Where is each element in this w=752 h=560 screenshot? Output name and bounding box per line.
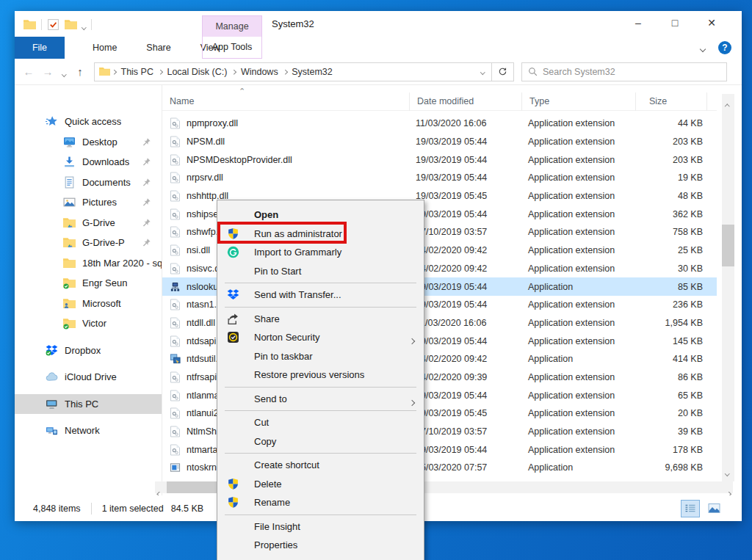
sidebar-item-18th-mar-2020-sqa[interactable]: 18th Mar 2020 - sqa: [15, 253, 162, 274]
menu-item-pin-to-start[interactable]: Pin to Start: [217, 262, 424, 281]
sidebar-item-label: This PC: [65, 399, 98, 410]
menu-item-restore-previous-versions[interactable]: Restore previous versions: [217, 366, 424, 385]
file-row-nrpsrv-dll[interactable]: nrpsrv.dll19/03/2019 05:44Application ex…: [162, 169, 717, 187]
file-row-npsm-dll[interactable]: NPSM.dll19/03/2019 05:44Application exte…: [162, 133, 717, 151]
sidebar-item-g-drive-p[interactable]: G-Drive-P: [15, 233, 162, 253]
properties-checkbox-icon[interactable]: [47, 18, 59, 31]
menu-item-copy[interactable]: Copy: [217, 432, 424, 451]
sidebar-item-label: G-Drive-P: [82, 237, 125, 248]
breadcrumb-segment[interactable]: This PC: [117, 67, 158, 77]
sidebar-item-dropbox[interactable]: Dropbox: [15, 341, 162, 361]
sidebar-item-victor[interactable]: Victor: [15, 313, 162, 334]
dropbox-check-icon: [46, 344, 58, 357]
menu-item-import-to-grammarly[interactable]: Import to Grammarly: [217, 243, 424, 262]
menu-item-cut[interactable]: Cut: [217, 413, 424, 432]
sidebar-item-this-pc[interactable]: This PC: [15, 394, 162, 415]
tab-app-tools[interactable]: App Tools: [202, 37, 262, 59]
menu-item-create-shortcut[interactable]: Create shortcut: [217, 456, 424, 475]
file-size: 19 KB: [636, 172, 707, 183]
search-input[interactable]: [543, 67, 720, 77]
scroll-up-icon[interactable]: [726, 98, 729, 111]
grammarly-icon: [227, 246, 239, 258]
column-header-name[interactable]: Name: [162, 92, 410, 111]
column-header-type[interactable]: Type: [522, 92, 636, 111]
close-button[interactable]: ✕: [693, 11, 730, 37]
menu-item-label: Pin to Start: [217, 266, 301, 277]
menu-item-label: Open: [217, 209, 278, 220]
status-divider: [91, 503, 92, 514]
sidebar-item-engr-seun[interactable]: Engr Seun: [15, 273, 162, 294]
menu-item-send-with-transfer[interactable]: Send with Transfer...: [217, 286, 424, 305]
menu-item-open[interactable]: Open: [217, 206, 424, 225]
breadcrumb-segment[interactable]: Local Disk (C:): [162, 67, 231, 77]
help-button[interactable]: ?: [718, 41, 731, 54]
pin-icon: [142, 157, 151, 167]
menu-item-norton-security[interactable]: Norton Security: [217, 328, 424, 347]
customize-toolbar-chevron-icon[interactable]: [82, 17, 86, 32]
back-button[interactable]: ←: [19, 65, 38, 78]
file-row-npmproxy-dll[interactable]: npmproxy.dll11/03/2020 16:06Application …: [162, 114, 717, 133]
file-name: nsi.dll: [187, 245, 210, 255]
sidebar-item-label: Documents: [82, 177, 131, 188]
up-button[interactable]: ↑: [70, 65, 90, 78]
thumbnails-view-button[interactable]: [705, 501, 723, 517]
breadcrumb-segment[interactable]: Windows: [236, 67, 283, 77]
new-folder-icon[interactable]: [65, 18, 77, 31]
menu-separator: [225, 410, 416, 411]
sidebar-item-g-drive[interactable]: G-Drive: [15, 213, 162, 233]
refresh-button[interactable]: [492, 62, 514, 81]
file-date-modified: 14/02/2020 09:42: [410, 263, 522, 274]
sidebar-item-label: Pictures: [82, 197, 117, 208]
menu-item-rename[interactable]: Rename: [217, 493, 424, 512]
sidebar-item-label: G-Drive: [82, 217, 115, 228]
column-header-size[interactable]: Size: [636, 92, 707, 111]
menu-item-pin-to-taskbar[interactable]: Pin to taskbar: [217, 347, 424, 366]
menu-item-run-as-administrator[interactable]: Run as administrator: [217, 225, 424, 244]
items-count: 4,848 items: [33, 503, 81, 514]
file-date-modified: 14/02/2020 09:42: [410, 245, 522, 255]
column-header-date-modified[interactable]: Date modified: [410, 92, 522, 111]
sidebar-item-label: Dropbox: [65, 345, 101, 356]
file-size: 414 KB: [636, 354, 707, 364]
forward-button[interactable]: →: [38, 65, 57, 78]
app-kernel-icon: [170, 462, 181, 473]
menu-item-share[interactable]: Share: [217, 310, 424, 329]
folder-icon[interactable]: [24, 18, 36, 31]
ribbon-tabs: File Home Share View App Tools ?: [15, 37, 742, 59]
toolbar-divider: [41, 19, 42, 30]
sidebar-item-desktop[interactable]: Desktop: [15, 132, 162, 153]
tab-file[interactable]: File: [15, 37, 65, 59]
scroll-down-icon[interactable]: [726, 465, 729, 478]
dropbox-icon: [227, 288, 239, 301]
sidebar-item-label: Downloads: [82, 156, 129, 167]
address-dropdown-chevron-icon[interactable]: [481, 65, 489, 78]
ribbon-collapse-chevron-icon[interactable]: [701, 41, 705, 54]
menu-item-file-insight[interactable]: File Insight: [217, 517, 424, 537]
vertical-scrollbar[interactable]: [722, 94, 734, 481]
sidebar-item-icloud-drive[interactable]: iCloud Drive: [15, 367, 162, 388]
sidebar-item-quick-access[interactable]: Quick access: [15, 112, 162, 132]
maximize-button[interactable]: □: [657, 11, 693, 37]
tab-share[interactable]: Share: [131, 37, 185, 59]
sidebar-item-documents[interactable]: Documents: [15, 172, 162, 193]
file-type: Application extension: [522, 408, 636, 418]
tab-home[interactable]: Home: [78, 37, 131, 59]
toolbar-divider: [91, 19, 92, 30]
sidebar-item-downloads[interactable]: Downloads: [15, 152, 162, 172]
sidebar-item-pictures[interactable]: Pictures: [15, 192, 162, 213]
dll-icon: [170, 444, 181, 456]
breadcrumb[interactable]: This PCLocal Disk (C:)WindowsSystem32: [94, 62, 492, 81]
menu-item-properties[interactable]: Properties: [217, 536, 424, 555]
sidebar-item-network[interactable]: Network: [15, 421, 162, 441]
sidebar-item-microsoft[interactable]: Microsoft: [15, 294, 162, 314]
file-row-npsmdesktopprovider-dll[interactable]: NPSMDesktopProvider.dll19/03/2019 05:44A…: [162, 150, 717, 169]
breadcrumb-segment[interactable]: System32: [287, 67, 337, 77]
menu-item-send-to[interactable]: Send to: [217, 390, 424, 409]
vertical-scrollbar-thumb[interactable]: [722, 225, 734, 266]
sidebar-item-label: Victor: [82, 318, 106, 329]
recent-locations-chevron-icon[interactable]: [57, 65, 70, 78]
menu-item-delete[interactable]: Delete: [217, 475, 424, 494]
sidebar-item-label: Quick access: [65, 116, 121, 127]
minimize-button[interactable]: –: [620, 11, 657, 37]
details-view-button[interactable]: [682, 501, 699, 517]
